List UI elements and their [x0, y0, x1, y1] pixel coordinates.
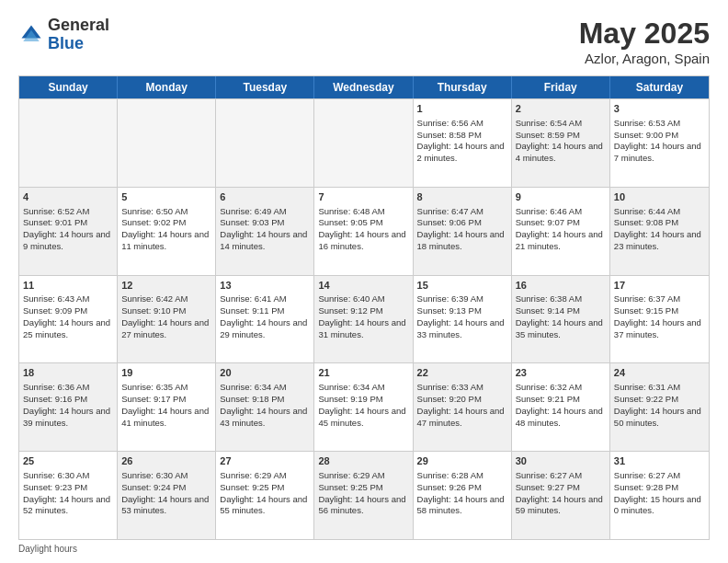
- calendar-cell: 15Sunrise: 6:39 AMSunset: 9:13 PMDayligh…: [414, 276, 512, 363]
- sunset-text: Sunset: 9:17 PM: [121, 394, 186, 404]
- calendar-cell: 30Sunrise: 6:27 AMSunset: 9:27 PMDayligh…: [512, 452, 610, 539]
- footer-note: Daylight hours: [18, 540, 710, 554]
- sunset-text: Sunset: 9:14 PM: [516, 305, 580, 316]
- sunrise-text: Sunrise: 6:27 AM: [516, 470, 582, 480]
- daylight-text: Daylight: 14 hours and 31 minutes.: [318, 317, 405, 339]
- day-number: 8: [417, 190, 507, 204]
- calendar-cell: 10Sunrise: 6:44 AMSunset: 9:08 PMDayligh…: [610, 188, 709, 275]
- daylight-text: Daylight: 14 hours and 50 minutes.: [614, 406, 701, 428]
- sunrise-text: Sunrise: 6:38 AM: [516, 293, 582, 304]
- daylight-text: Daylight: 14 hours and 47 minutes.: [417, 406, 505, 428]
- daylight-text: Daylight: 14 hours and 37 minutes.: [614, 317, 701, 339]
- sunset-text: Sunset: 9:01 PM: [23, 217, 87, 227]
- calendar-cell: 3Sunrise: 6:53 AMSunset: 9:00 PMDaylight…: [610, 99, 709, 187]
- sunrise-text: Sunrise: 6:53 AM: [614, 118, 680, 128]
- sunset-text: Sunset: 9:07 PM: [516, 217, 580, 227]
- day-number: 29: [417, 454, 507, 468]
- sunset-text: Sunset: 9:15 PM: [614, 305, 678, 316]
- calendar-cell: 22Sunrise: 6:33 AMSunset: 9:20 PMDayligh…: [414, 363, 512, 451]
- logo-icon: [18, 22, 44, 48]
- sunrise-text: Sunrise: 6:31 AM: [614, 382, 680, 392]
- sunrise-text: Sunrise: 6:27 AM: [614, 470, 680, 480]
- calendar-cell: [216, 99, 314, 187]
- calendar-cell: 20Sunrise: 6:34 AMSunset: 9:18 PMDayligh…: [216, 363, 314, 451]
- calendar-cell: 17Sunrise: 6:37 AMSunset: 9:15 PMDayligh…: [610, 276, 709, 363]
- day-number: 11: [23, 279, 113, 293]
- calendar-cell: 28Sunrise: 6:29 AMSunset: 9:25 PMDayligh…: [314, 452, 413, 539]
- daylight-text: Daylight: 14 hours and 7 minutes.: [614, 141, 701, 163]
- daylight-text: Daylight: 14 hours and 27 minutes.: [121, 317, 209, 339]
- daylight-text: Daylight: 14 hours and 11 minutes.: [121, 229, 209, 251]
- sunrise-text: Sunrise: 6:42 AM: [121, 293, 188, 304]
- sunrise-text: Sunrise: 6:46 AM: [516, 206, 582, 216]
- calendar-header: SundayMondayTuesdayWednesdayThursdayFrid…: [19, 76, 709, 98]
- sunrise-text: Sunrise: 6:34 AM: [318, 382, 384, 392]
- calendar: SundayMondayTuesdayWednesdayThursdayFrid…: [18, 75, 710, 540]
- day-number: 20: [220, 366, 310, 380]
- sunset-text: Sunset: 9:28 PM: [614, 482, 678, 492]
- sunrise-text: Sunrise: 6:47 AM: [417, 206, 483, 216]
- calendar-cell: 2Sunrise: 6:54 AMSunset: 8:59 PMDaylight…: [512, 99, 610, 187]
- daylight-text: Daylight: 14 hours and 53 minutes.: [121, 494, 209, 516]
- calendar-cell: 24Sunrise: 6:31 AMSunset: 9:22 PMDayligh…: [610, 363, 709, 451]
- calendar-cell: 12Sunrise: 6:42 AMSunset: 9:10 PMDayligh…: [118, 276, 216, 363]
- sunset-text: Sunset: 9:19 PM: [318, 394, 382, 404]
- daylight-text: Daylight: 14 hours and 18 minutes.: [417, 229, 505, 251]
- sunrise-text: Sunrise: 6:40 AM: [318, 293, 384, 304]
- sunrise-text: Sunrise: 6:30 AM: [121, 470, 188, 480]
- day-number: 10: [614, 190, 705, 204]
- calendar-cell: 16Sunrise: 6:38 AMSunset: 9:14 PMDayligh…: [512, 276, 610, 363]
- day-number: 15: [417, 279, 507, 293]
- calendar-cell: [118, 99, 216, 187]
- daylight-text: Daylight: 14 hours and 16 minutes.: [318, 229, 405, 251]
- daylight-text: Daylight: 14 hours and 23 minutes.: [614, 229, 701, 251]
- daylight-text: Daylight: 14 hours and 25 minutes.: [23, 317, 110, 339]
- sunset-text: Sunset: 9:25 PM: [220, 482, 284, 492]
- sunrise-text: Sunrise: 6:32 AM: [516, 382, 582, 392]
- daylight-text: Daylight: 14 hours and 56 minutes.: [318, 494, 405, 516]
- day-number: 27: [220, 454, 310, 468]
- daylight-text: Daylight: 14 hours and 29 minutes.: [220, 317, 307, 339]
- header-day: Monday: [118, 76, 216, 98]
- calendar-cell: 19Sunrise: 6:35 AMSunset: 9:17 PMDayligh…: [118, 363, 216, 451]
- calendar-cell: [314, 99, 413, 187]
- daylight-text: Daylight: 14 hours and 21 minutes.: [516, 229, 603, 251]
- daylight-text: Daylight: 14 hours and 39 minutes.: [23, 406, 110, 428]
- logo-general: General: [48, 17, 109, 35]
- calendar-cell: 5Sunrise: 6:50 AMSunset: 9:02 PMDaylight…: [118, 188, 216, 275]
- calendar-cell: 6Sunrise: 6:49 AMSunset: 9:03 PMDaylight…: [216, 188, 314, 275]
- sunrise-text: Sunrise: 6:41 AM: [220, 293, 286, 304]
- day-number: 16: [516, 279, 606, 293]
- daylight-text: Daylight: 14 hours and 9 minutes.: [23, 229, 110, 251]
- daylight-text: Daylight: 14 hours and 58 minutes.: [417, 494, 505, 516]
- calendar-cell: 14Sunrise: 6:40 AMSunset: 9:12 PMDayligh…: [314, 276, 413, 363]
- day-number: 19: [121, 366, 211, 380]
- day-number: 22: [417, 366, 507, 380]
- calendar-cell: 4Sunrise: 6:52 AMSunset: 9:01 PMDaylight…: [19, 188, 118, 275]
- calendar-cell: 21Sunrise: 6:34 AMSunset: 9:19 PMDayligh…: [314, 363, 413, 451]
- sunrise-text: Sunrise: 6:50 AM: [121, 206, 188, 216]
- day-number: 7: [318, 190, 408, 204]
- sunrise-text: Sunrise: 6:35 AM: [121, 382, 188, 392]
- sunset-text: Sunset: 9:09 PM: [23, 305, 87, 316]
- day-number: 1: [417, 102, 507, 116]
- calendar-cell: 26Sunrise: 6:30 AMSunset: 9:24 PMDayligh…: [118, 452, 216, 539]
- sunrise-text: Sunrise: 6:30 AM: [23, 470, 89, 480]
- day-number: 23: [516, 366, 606, 380]
- logo: General Blue: [18, 17, 109, 53]
- daylight-text: Daylight: 14 hours and 45 minutes.: [318, 406, 405, 428]
- sunset-text: Sunset: 9:12 PM: [318, 305, 382, 316]
- daylight-text: Daylight: 14 hours and 33 minutes.: [417, 317, 505, 339]
- sunset-text: Sunset: 9:27 PM: [516, 482, 580, 492]
- sunset-text: Sunset: 9:23 PM: [23, 482, 87, 492]
- sunrise-text: Sunrise: 6:37 AM: [614, 293, 680, 304]
- calendar-cell: 13Sunrise: 6:41 AMSunset: 9:11 PMDayligh…: [216, 276, 314, 363]
- title-location: Azlor, Aragon, Spain: [579, 51, 710, 66]
- calendar-cell: 8Sunrise: 6:47 AMSunset: 9:06 PMDaylight…: [414, 188, 512, 275]
- calendar-body: 1Sunrise: 6:56 AMSunset: 8:58 PMDaylight…: [19, 98, 709, 539]
- sunset-text: Sunset: 9:21 PM: [516, 394, 580, 404]
- sunset-text: Sunset: 9:05 PM: [318, 217, 382, 227]
- header-day: Thursday: [414, 76, 512, 98]
- sunset-text: Sunset: 9:02 PM: [121, 217, 186, 227]
- sunset-text: Sunset: 9:13 PM: [417, 305, 482, 316]
